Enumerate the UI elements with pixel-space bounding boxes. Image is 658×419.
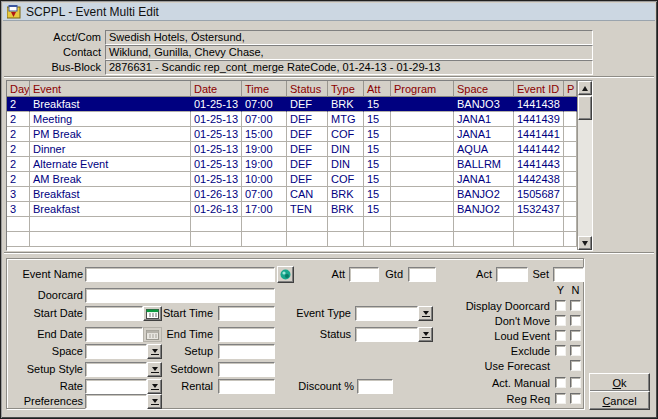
table-cell <box>391 232 454 247</box>
event-type-dropdown-button[interactable] <box>418 306 433 321</box>
table-cell <box>7 232 30 247</box>
end-time-input[interactable] <box>218 327 275 342</box>
scrollbar-thumb[interactable] <box>578 96 592 120</box>
table-cell: 1505687 <box>514 187 564 202</box>
checkbox-use-forecast-n[interactable] <box>570 360 581 371</box>
checkbox-dont-move-y[interactable] <box>555 315 566 326</box>
table-cell: DEF <box>287 97 328 112</box>
arrow-down-icon <box>582 241 588 246</box>
checkbox-loud-event-n[interactable] <box>570 330 581 341</box>
table-row-8[interactable] <box>7 217 577 232</box>
preferences-input[interactable] <box>85 394 147 409</box>
table-cell: AM Break <box>30 172 191 187</box>
table-cell <box>391 172 454 187</box>
space-input[interactable] <box>85 344 147 359</box>
end-date-input[interactable] <box>85 327 143 342</box>
table-cell: 15 <box>364 112 391 127</box>
scroll-down-button[interactable] <box>578 236 592 250</box>
preferences-dropdown-button[interactable] <box>147 394 162 409</box>
table-cell <box>287 232 328 247</box>
table-row-2[interactable]: 2PM Break01-25-1315:00DEFCOF15JANA114414… <box>7 127 577 142</box>
table-row-3[interactable]: 2Dinner01-25-1319:00DEFDIN15AQUA1441442 <box>7 142 577 157</box>
cancel-button[interactable]: Cancel <box>589 391 650 410</box>
table-cell <box>391 157 454 172</box>
app-icon[interactable] <box>7 5 21 19</box>
table-row-1[interactable]: 2Meeting01-25-1307:00DEFMTG15JANA1144143… <box>7 112 577 127</box>
contact-value: Wiklund, Gunilla, Chevy Chase, <box>105 45 593 60</box>
table-cell <box>564 187 577 202</box>
column-header-event: Event <box>30 81 191 97</box>
setup-style-input[interactable] <box>85 362 147 377</box>
window-title: SCPPL - Event Multi Edit <box>26 5 159 19</box>
table-row-5[interactable]: 2AM Break01-25-1310:00DEFCOF15JANA114424… <box>7 172 577 187</box>
table-cell <box>391 112 454 127</box>
setup-input[interactable] <box>218 344 275 359</box>
table-cell: 01-25-13 <box>191 142 242 157</box>
table-cell <box>328 232 364 247</box>
status-input[interactable] <box>355 327 418 342</box>
table-cell: 1441438 <box>514 97 564 112</box>
table-cell: 01-26-13 <box>191 187 242 202</box>
gtd-input[interactable] <box>408 267 436 282</box>
space-label: Space <box>7 344 83 359</box>
table-cell: BANJO2 <box>454 187 514 202</box>
table-row-4[interactable]: 2Alternate Event01-25-1319:00DEFDIN15BAL… <box>7 157 577 172</box>
title-bar[interactable]: SCPPL - Event Multi Edit <box>3 3 655 21</box>
table-cell: 01-26-13 <box>191 202 242 217</box>
table-row-6[interactable]: 3Breakfast01-26-1307:00CANBRK15BANJO2150… <box>7 187 577 202</box>
checkbox-act-manual-n[interactable] <box>570 377 581 388</box>
flag-label-reg-req: Reg Req <box>387 393 550 405</box>
rate-input[interactable] <box>85 379 147 394</box>
checkbox-display-doorcard-y[interactable] <box>555 300 566 311</box>
table-cell: 1532437 <box>514 202 564 217</box>
checkbox-display-doorcard-n[interactable] <box>570 300 581 311</box>
doorcard-input[interactable] <box>85 288 275 303</box>
checkbox-reg-req-y[interactable] <box>555 393 566 404</box>
preferences-label: Preferences <box>7 394 83 409</box>
rental-input[interactable] <box>218 379 275 394</box>
discount-input[interactable] <box>357 379 393 394</box>
table-cell <box>564 127 577 142</box>
start-time-input[interactable] <box>218 306 275 321</box>
scroll-up-button[interactable] <box>578 81 592 95</box>
checkbox-dont-move-n[interactable] <box>570 315 581 326</box>
event-table-header: DayEventDateTimeStatusTypeAttProgramSpac… <box>7 81 592 97</box>
event-name-lov-button[interactable] <box>277 266 294 283</box>
checkbox-reg-req-n[interactable] <box>570 393 581 404</box>
set-input[interactable] <box>553 267 584 282</box>
dropdown-arrow-icon <box>422 332 430 338</box>
checkbox-exclude-n[interactable] <box>570 345 581 356</box>
checkbox-exclude-y[interactable] <box>555 345 566 356</box>
table-cell: 01-25-13 <box>191 112 242 127</box>
table-cell: 07:00 <box>242 97 287 112</box>
act-label: Act <box>459 267 492 282</box>
table-cell <box>7 217 30 232</box>
table-row-9[interactable] <box>7 232 577 247</box>
setdown-input[interactable] <box>218 362 275 377</box>
acct-com-value: Swedish Hotels, Östersund, <box>105 30 593 45</box>
table-cell <box>391 217 454 232</box>
checkbox-loud-event-y[interactable] <box>555 330 566 341</box>
table-cell: Breakfast <box>30 202 191 217</box>
status-label: Status <box>277 327 351 342</box>
table-cell: Breakfast <box>30 97 191 112</box>
table-cell: 07:00 <box>242 112 287 127</box>
column-header-space: Space <box>454 81 514 97</box>
event-type-input[interactable] <box>355 306 418 321</box>
table-row-0[interactable]: 2Breakfast01-25-1307:00DEFBRK15BANJO3144… <box>7 97 577 112</box>
table-cell <box>564 112 577 127</box>
start-date-input[interactable] <box>85 306 143 321</box>
table-cell <box>564 217 577 232</box>
table-vertical-scrollbar[interactable] <box>577 81 592 250</box>
table-row-7[interactable]: 3Breakfast01-26-1317:00TENBRK15BANJO2153… <box>7 202 577 217</box>
table-cell <box>191 217 242 232</box>
flag-column-n-header: N <box>570 285 581 296</box>
status-dropdown-button[interactable] <box>418 327 433 342</box>
table-cell <box>391 142 454 157</box>
checkbox-act-manual-y[interactable] <box>555 377 566 388</box>
table-cell <box>564 172 577 187</box>
column-header-date: Date <box>191 81 242 97</box>
ok-button[interactable]: Ok <box>589 373 650 392</box>
table-cell <box>287 217 328 232</box>
event-name-input[interactable] <box>85 267 275 282</box>
